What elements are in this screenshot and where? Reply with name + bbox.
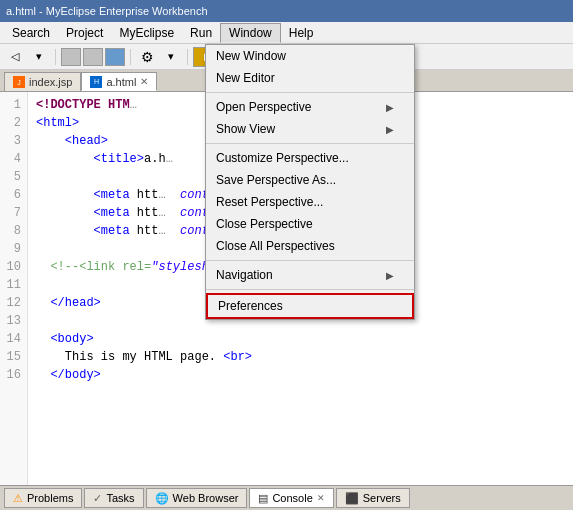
navigation-label: Navigation bbox=[216, 268, 273, 282]
menu-project[interactable]: Project bbox=[58, 24, 111, 42]
toolbar-sep1 bbox=[55, 49, 56, 65]
jsp-icon: J bbox=[13, 76, 25, 88]
menu-close-perspective[interactable]: Close Perspective bbox=[206, 213, 414, 235]
show-view-label: Show View bbox=[216, 122, 275, 136]
line-numbers: 1 2 3 4 5 6 7 8 9 10 11 12 13 14 15 16 bbox=[0, 92, 28, 485]
open-perspective-arrow: ▶ bbox=[386, 102, 394, 113]
status-problems-label: Problems bbox=[27, 492, 73, 504]
status-problems[interactable]: ⚠ Problems bbox=[4, 488, 82, 508]
tab-close-btn[interactable]: ✕ bbox=[140, 76, 148, 87]
toolbar-back-btn[interactable]: ◁ bbox=[4, 47, 26, 67]
warning-icon: ⚠ bbox=[13, 492, 23, 505]
toolbar-btn1[interactable] bbox=[61, 48, 81, 66]
menu-bar: Search Project MyEclipse Run Window Help bbox=[0, 22, 573, 44]
open-perspective-label: Open Perspective bbox=[216, 100, 311, 114]
console-close[interactable]: ✕ bbox=[317, 493, 325, 503]
customize-perspective-label: Customize Perspective... bbox=[216, 151, 349, 165]
toolbar-btn3[interactable] bbox=[105, 48, 125, 66]
menu-myeclipse[interactable]: MyEclipse bbox=[111, 24, 182, 42]
console-icon: ▤ bbox=[258, 492, 268, 505]
new-editor-label: New Editor bbox=[216, 71, 275, 85]
status-servers[interactable]: ⬛ Servers bbox=[336, 488, 410, 508]
tab-index-jsp[interactable]: J index.jsp bbox=[4, 72, 81, 91]
status-web-browser[interactable]: 🌐 Web Browser bbox=[146, 488, 248, 508]
close-all-perspectives-label: Close All Perspectives bbox=[216, 239, 335, 253]
menu-sep4 bbox=[206, 289, 414, 290]
menu-reset-perspective[interactable]: Reset Perspective... bbox=[206, 191, 414, 213]
menu-navigation[interactable]: Navigation ▶ Next Editor Previous Editor bbox=[206, 264, 414, 286]
menu-open-perspective[interactable]: Open Perspective ▶ Java Web Other... bbox=[206, 96, 414, 118]
menu-close-all-perspectives[interactable]: Close All Perspectives bbox=[206, 235, 414, 257]
window-dropdown-menu: New Window New Editor Open Perspective ▶… bbox=[205, 44, 415, 320]
menu-search[interactable]: Search bbox=[4, 24, 58, 42]
status-servers-label: Servers bbox=[363, 492, 401, 504]
code-line-14: <body> bbox=[36, 330, 353, 348]
menu-new-window[interactable]: New Window bbox=[206, 45, 414, 67]
preferences-label: Preferences bbox=[218, 299, 283, 313]
code-line-15: This is my HTML page. <br> bbox=[36, 348, 353, 366]
tab-label-index-jsp: index.jsp bbox=[29, 76, 72, 88]
reset-perspective-label: Reset Perspective... bbox=[216, 195, 323, 209]
menu-sep2 bbox=[206, 143, 414, 144]
server-icon: ⬛ bbox=[345, 492, 359, 505]
toolbar-btn2[interactable] bbox=[83, 48, 103, 66]
status-bar: ⚠ Problems ✓ Tasks 🌐 Web Browser ▤ Conso… bbox=[0, 485, 573, 510]
status-console[interactable]: ▤ Console ✕ bbox=[249, 488, 333, 508]
menu-customize-perspective[interactable]: Customize Perspective... bbox=[206, 147, 414, 169]
title-text: a.html - MyEclipse Enterprise Workbench bbox=[6, 5, 208, 17]
menu-show-view[interactable]: Show View ▶ Console Problems Other... bbox=[206, 118, 414, 140]
status-console-label: Console bbox=[272, 492, 312, 504]
menu-preferences[interactable]: Preferences bbox=[206, 293, 414, 319]
status-tasks-label: Tasks bbox=[106, 492, 134, 504]
menu-sep3 bbox=[206, 260, 414, 261]
toolbar-sep3 bbox=[187, 49, 188, 65]
tab-label-a-html: a.html bbox=[106, 76, 136, 88]
menu-new-editor[interactable]: New Editor bbox=[206, 67, 414, 89]
toolbar-btn4[interactable]: ⚙ bbox=[136, 47, 158, 67]
menu-run[interactable]: Run bbox=[182, 24, 220, 42]
menu-sep1 bbox=[206, 92, 414, 93]
code-line-16: </body> bbox=[36, 366, 353, 384]
save-perspective-as-label: Save Perspective As... bbox=[216, 173, 336, 187]
menu-save-perspective-as[interactable]: Save Perspective As... bbox=[206, 169, 414, 191]
tasks-icon: ✓ bbox=[93, 492, 102, 505]
title-bar: a.html - MyEclipse Enterprise Workbench bbox=[0, 0, 573, 22]
new-window-label: New Window bbox=[216, 49, 286, 63]
menu-window[interactable]: Window bbox=[220, 23, 281, 43]
navigation-arrow: ▶ bbox=[386, 270, 394, 281]
menu-help[interactable]: Help bbox=[281, 24, 322, 42]
toolbar-sep2 bbox=[130, 49, 131, 65]
html-icon: H bbox=[90, 76, 102, 88]
toolbar-dropdown-btn[interactable]: ▾ bbox=[28, 47, 50, 67]
globe-icon: 🌐 bbox=[155, 492, 169, 505]
status-tasks[interactable]: ✓ Tasks bbox=[84, 488, 143, 508]
show-view-arrow: ▶ bbox=[386, 124, 394, 135]
close-perspective-label: Close Perspective bbox=[216, 217, 313, 231]
toolbar-btn5[interactable]: ▾ bbox=[160, 47, 182, 67]
status-webbrowser-label: Web Browser bbox=[173, 492, 239, 504]
tab-a-html[interactable]: H a.html ✕ bbox=[81, 72, 157, 91]
